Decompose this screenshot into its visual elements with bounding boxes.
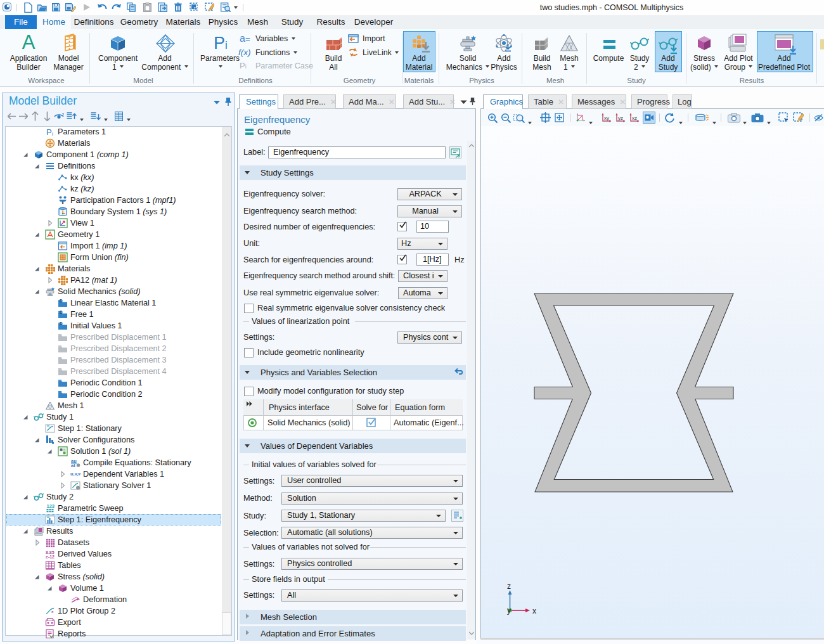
svg-text:u,v,w: u,v,w — [70, 471, 80, 477]
svg-text:e-12: e-12 — [46, 555, 55, 559]
svg-text:123: 123 — [47, 503, 55, 509]
svg-text:x: x — [532, 607, 536, 615]
svg-text:P: P — [46, 127, 52, 137]
svg-text:D: D — [60, 321, 63, 326]
svg-text:i: i — [52, 131, 53, 137]
svg-text:yz: yz — [618, 115, 623, 121]
svg-text:xz: xz — [632, 115, 637, 121]
svg-text:xy: xy — [604, 115, 609, 121]
svg-text:z: z — [507, 582, 511, 591]
svg-text:D: D — [60, 299, 63, 303]
svg-text:y: y — [507, 606, 511, 615]
svg-text:8.85: 8.85 — [46, 550, 55, 555]
svg-text:D: D — [60, 310, 63, 314]
